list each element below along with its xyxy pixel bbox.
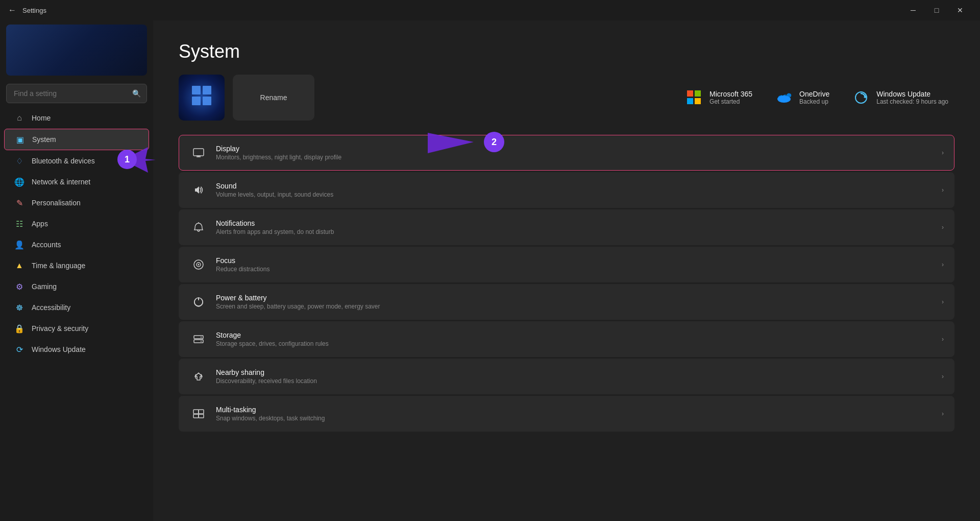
service-cards: Microsoft 365 Get started OneDriv [679, 84, 954, 111]
sound-icon [189, 181, 208, 199]
settings-list: Display Monitors, brightness, night ligh… [179, 135, 954, 432]
service-card-onedrive[interactable]: OneDrive Backed up [769, 84, 836, 111]
svg-rect-24 [193, 414, 199, 418]
windows-update-status: Last checked: 9 hours ago [876, 98, 948, 105]
storage-chevron: › [942, 336, 944, 343]
notifications-icon [189, 218, 208, 236]
svg-point-4 [777, 96, 791, 103]
sidebar-item-system[interactable]: ▣ System [4, 129, 149, 150]
close-button[interactable]: ✕ [948, 2, 972, 18]
profile-image-card [179, 75, 225, 121]
rename-card[interactable]: Rename [233, 75, 314, 121]
network-icon: 🌐 [14, 177, 24, 187]
sound-chevron: › [942, 186, 944, 194]
settings-item-multitasking[interactable]: Multi-tasking Snap windows, desktops, ta… [179, 396, 954, 432]
maximize-button[interactable]: □ [925, 2, 948, 18]
microsoft365-info: Microsoft 365 Get started [709, 90, 752, 105]
settings-item-focus[interactable]: Focus Reduce distractions › [179, 247, 954, 282]
bluetooth-icon: ♢ [14, 156, 24, 166]
nearby-title: Nearby sharing [216, 368, 942, 376]
system-icon: ▣ [15, 134, 25, 145]
settings-item-sound[interactable]: Sound Volume levels, output, input, soun… [179, 172, 954, 208]
onedrive-status: Backed up [799, 98, 829, 105]
update-icon: ⟳ [14, 344, 24, 354]
focus-text: Focus Reduce distractions [216, 256, 942, 273]
windows-update-info: Windows Update Last checked: 9 hours ago [876, 90, 948, 105]
svg-point-20 [201, 337, 202, 338]
sidebar-item-update[interactable]: ⟳ Windows Update [4, 339, 149, 360]
rename-label: Rename [260, 93, 287, 102]
svg-rect-1 [203, 86, 211, 94]
top-cards: Rename Microsoft 365 [179, 75, 954, 121]
back-icon[interactable]: ← [8, 6, 16, 15]
sidebar-item-network[interactable]: 🌐 Network & internet [4, 172, 149, 192]
sidebar-item-personalisation-label: Personalisation [32, 199, 81, 207]
sidebar-item-gaming[interactable]: ⚙ Gaming [4, 276, 149, 297]
sidebar-item-apps-label: Apps [32, 220, 48, 228]
sidebar-item-privacy[interactable]: 🔒 Privacy & security [4, 318, 149, 339]
search-input[interactable] [6, 84, 147, 103]
notifications-chevron: › [942, 224, 944, 231]
storage-desc: Storage space, drives, configuration rul… [216, 340, 942, 347]
multitasking-icon [189, 405, 208, 423]
sidebar-item-update-label: Windows Update [32, 345, 86, 353]
title-bar: ← Settings ─ □ ✕ [0, 0, 980, 20]
accounts-icon: 👤 [14, 240, 24, 250]
nearby-chevron: › [942, 373, 944, 380]
svg-rect-7 [193, 149, 204, 156]
svg-rect-22 [193, 410, 199, 414]
settings-item-storage[interactable]: Storage Storage space, drives, configura… [179, 321, 954, 357]
sidebar-item-accounts[interactable]: 👤 Accounts [4, 234, 149, 255]
power-icon [189, 293, 208, 311]
main-content: System Rename [153, 20, 980, 521]
service-card-microsoft365[interactable]: Microsoft 365 Get started [679, 84, 758, 111]
sidebar-item-system-label: System [32, 135, 56, 144]
notifications-text: Notifications Alerts from apps and syste… [216, 219, 942, 235]
search-box: 🔍 [6, 84, 147, 103]
windows-update-name: Windows Update [876, 90, 948, 98]
sidebar-item-home[interactable]: ⌂ Home [4, 108, 149, 128]
svg-rect-23 [199, 410, 204, 414]
app-body: 🔍 ⌂ Home ▣ System ♢ Bluetooth & devices … [0, 20, 980, 521]
settings-item-display[interactable]: Display Monitors, brightness, night ligh… [179, 135, 954, 171]
notifications-title: Notifications [216, 219, 942, 227]
power-text: Power & battery Screen and sleep, batter… [216, 294, 942, 310]
nearby-desc: Discoverability, received files location [216, 377, 942, 385]
sidebar-item-personalisation[interactable]: ✎ Personalisation [4, 193, 149, 213]
onedrive-icon [775, 88, 793, 107]
svg-point-21 [201, 341, 202, 342]
minimize-button[interactable]: ─ [901, 2, 925, 18]
power-chevron: › [942, 298, 944, 305]
microsoft365-status: Get started [709, 98, 752, 105]
gaming-icon: ⚙ [14, 281, 24, 292]
sound-desc: Volume levels, output, input, sound devi… [216, 191, 942, 198]
sidebar-item-accessibility[interactable]: ☸ Accessibility [4, 297, 149, 318]
power-title: Power & battery [216, 294, 942, 302]
nearby-text: Nearby sharing Discoverability, received… [216, 368, 942, 385]
sound-title: Sound [216, 182, 942, 190]
windows-update-icon [852, 88, 870, 107]
title-bar-left: ← Settings [8, 6, 46, 15]
display-title: Display [216, 145, 942, 153]
page-title: System [179, 41, 954, 62]
display-desc: Monitors, brightness, night light, displ… [216, 154, 942, 161]
svg-rect-3 [203, 97, 211, 105]
display-icon [189, 144, 208, 162]
sidebar-item-bluetooth[interactable]: ♢ Bluetooth & devices [4, 151, 149, 171]
sidebar: 🔍 ⌂ Home ▣ System ♢ Bluetooth & devices … [0, 20, 153, 521]
settings-item-nearby[interactable]: Nearby sharing Discoverability, received… [179, 359, 954, 394]
settings-item-notifications[interactable]: Notifications Alerts from apps and syste… [179, 209, 954, 245]
sidebar-item-privacy-label: Privacy & security [32, 324, 88, 333]
settings-item-power[interactable]: Power & battery Screen and sleep, batter… [179, 284, 954, 320]
sidebar-item-apps[interactable]: ☷ Apps [4, 214, 149, 234]
personalisation-icon: ✎ [14, 198, 24, 208]
sidebar-item-time[interactable]: ▲ Time & language [4, 255, 149, 276]
display-chevron: › [942, 149, 944, 156]
power-desc: Screen and sleep, battery usage, power m… [216, 303, 942, 310]
microsoft365-icon [685, 88, 703, 107]
onedrive-info: OneDrive Backed up [799, 90, 829, 105]
service-card-windows-update[interactable]: Windows Update Last checked: 9 hours ago [846, 84, 954, 111]
privacy-icon: 🔒 [14, 323, 24, 334]
sidebar-item-network-label: Network & internet [32, 178, 90, 186]
notifications-desc: Alerts from apps and system, do not dist… [216, 228, 942, 235]
